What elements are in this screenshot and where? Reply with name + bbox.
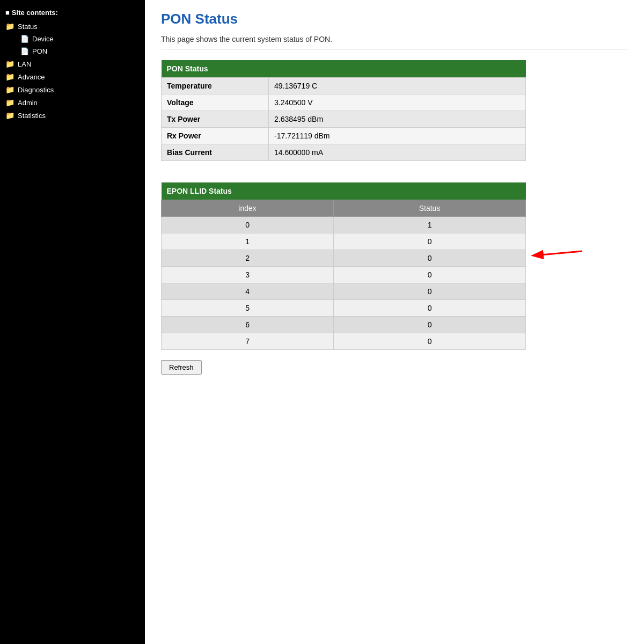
- llid-status: 0: [334, 333, 526, 350]
- table-row: Voltage 3.240500 V: [162, 94, 526, 111]
- sidebar-item-diagnostics[interactable]: 📁 Diagnostics: [0, 83, 145, 96]
- folder-icon-lan: 📁: [5, 60, 14, 68]
- row-label: Bias Current: [162, 144, 269, 161]
- llid-index: 7: [162, 333, 334, 350]
- sidebar-item-lan[interactable]: 📁 LAN: [0, 57, 145, 70]
- table-row: 6 0: [162, 317, 526, 333]
- table-row: 3 0: [162, 267, 526, 283]
- llid-index: 2: [162, 250, 334, 267]
- sidebar-label-admin: Admin: [18, 99, 38, 107]
- table-row: 1 0: [162, 233, 526, 250]
- table-row: 2 0: [162, 250, 526, 267]
- folder-icon-advance: 📁: [5, 72, 14, 81]
- row-value: 3.240500 V: [269, 94, 526, 111]
- sidebar: ■ Site contents: 📁 Status 📄 Device 📄 PON…: [0, 0, 145, 644]
- sidebar-item-advance[interactable]: 📁 Advance: [0, 70, 145, 83]
- row-label: Tx Power: [162, 111, 269, 128]
- doc-icon: 📄: [20, 35, 29, 43]
- llid-table-body: 0 11 02 03 04 05 06 07 0: [162, 217, 526, 350]
- llid-status: 0: [334, 283, 526, 300]
- llid-table-container: EPON LLID Status index Status 0 11 02 03…: [161, 182, 526, 358]
- folder-icon: 📁: [5, 22, 14, 31]
- llid-status: 0: [334, 233, 526, 250]
- col-header-index: index: [162, 200, 334, 217]
- folder-icon-statistics: 📁: [5, 111, 14, 120]
- llid-status: 0: [334, 267, 526, 283]
- svg-line-1: [534, 251, 582, 255]
- folder-icon-admin: 📁: [5, 98, 14, 107]
- row-label: Rx Power: [162, 128, 269, 144]
- page-title: PON Status: [161, 11, 628, 27]
- sidebar-item-admin[interactable]: 📁 Admin: [0, 96, 145, 109]
- row-label: Temperature: [162, 78, 269, 94]
- row-value: -17.721119 dBm: [269, 128, 526, 144]
- llid-index: 4: [162, 283, 334, 300]
- sidebar-label-device: Device: [32, 35, 54, 43]
- sidebar-item-pon[interactable]: 📄 PON: [0, 45, 145, 57]
- sidebar-label-diagnostics: Diagnostics: [18, 86, 54, 94]
- pon-status-header: PON Status: [162, 60, 526, 78]
- llid-index: 1: [162, 233, 334, 250]
- llid-index: 5: [162, 300, 334, 317]
- epon-llid-table: EPON LLID Status index Status 0 11 02 03…: [161, 182, 526, 350]
- divider: [161, 49, 628, 49]
- row-value: 2.638495 dBm: [269, 111, 526, 128]
- llid-index: 6: [162, 317, 334, 333]
- row-label: Voltage: [162, 94, 269, 111]
- table-row: 5 0: [162, 300, 526, 317]
- sidebar-label-lan: LAN: [18, 60, 31, 68]
- sidebar-item-device[interactable]: 📄 Device: [0, 33, 145, 45]
- doc-icon-pon: 📄: [20, 47, 29, 55]
- epon-llid-header: EPON LLID Status: [162, 182, 526, 200]
- table-row: Rx Power -17.721119 dBm: [162, 128, 526, 144]
- table-row: 0 1: [162, 217, 526, 233]
- tree-icon: ■: [5, 9, 10, 17]
- row-value: 49.136719 C: [269, 78, 526, 94]
- llid-index: 0: [162, 217, 334, 233]
- sidebar-label-statistics: Statistics: [18, 112, 46, 120]
- llid-status: 0: [334, 250, 526, 267]
- pon-status-body: Temperature 49.136719 CVoltage 3.240500 …: [162, 78, 526, 161]
- sidebar-label-status: Status: [18, 23, 38, 31]
- llid-index: 3: [162, 267, 334, 283]
- sidebar-item-statistics[interactable]: 📁 Statistics: [0, 109, 145, 122]
- sidebar-label-advance: Advance: [18, 73, 45, 81]
- main-content: PON Status This page shows the current s…: [145, 0, 644, 644]
- table-row: Tx Power 2.638495 dBm: [162, 111, 526, 128]
- llid-status: 0: [334, 300, 526, 317]
- table-row: 4 0: [162, 283, 526, 300]
- red-arrow-annotation: [523, 246, 588, 267]
- table-row: 7 0: [162, 333, 526, 350]
- sidebar-header-label: Site contents:: [12, 9, 58, 17]
- sidebar-label-pon: PON: [32, 47, 47, 55]
- page-description: This page shows the current system statu…: [161, 35, 628, 43]
- pon-status-table: PON Status Temperature 49.136719 CVoltag…: [161, 60, 526, 161]
- sidebar-header: ■ Site contents:: [0, 5, 145, 20]
- table-row: Bias Current 14.600000 mA: [162, 144, 526, 161]
- llid-status: 1: [334, 217, 526, 233]
- table-row: Temperature 49.136719 C: [162, 78, 526, 94]
- llid-status: 0: [334, 317, 526, 333]
- folder-icon-diagnostics: 📁: [5, 85, 14, 94]
- col-header-status: Status: [334, 200, 526, 217]
- sidebar-item-status[interactable]: 📁 Status: [0, 20, 145, 33]
- row-value: 14.600000 mA: [269, 144, 526, 161]
- refresh-button[interactable]: Refresh: [161, 360, 202, 375]
